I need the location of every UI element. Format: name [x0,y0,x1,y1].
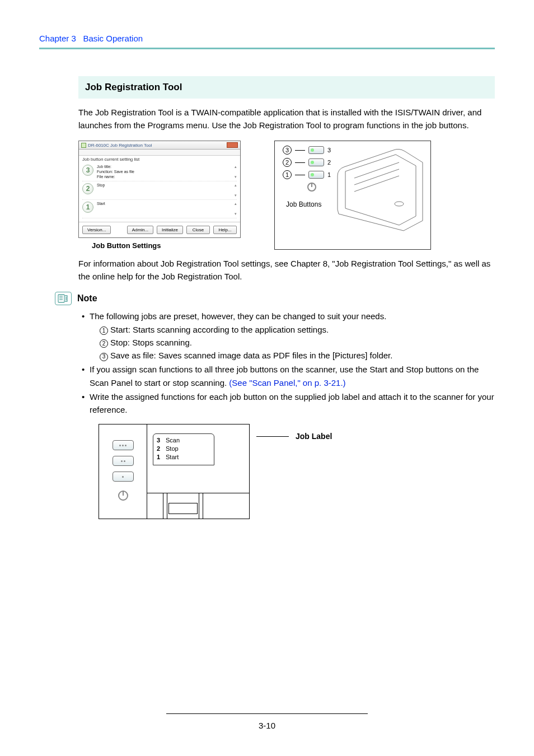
joblabel-left-panel [99,424,147,519]
job-title-label: Job title: [97,165,231,170]
job-title-label: Stop [97,183,231,188]
callout-line [256,436,289,437]
job-row[interactable]: 1 Start ▴▾ [82,200,237,218]
figure-scanner: 3 3 2 2 1 [274,141,431,250]
note-item: Write the assigned functions for each jo… [82,390,495,417]
admin-button[interactable]: Admin... [127,226,153,234]
callout-1: 1 1 [283,170,331,179]
job-row[interactable]: 3 Job title: Function: Save as file File… [82,163,237,181]
job-button-icon [308,146,324,154]
header-rule [39,48,495,49]
callout-key-label: 1 [327,171,331,178]
close-button[interactable]: Close [186,226,210,234]
jobtool-window: DR-6010C Job Registration Tool Job butto… [78,141,241,238]
move-up-icon[interactable]: ▴ [235,202,237,206]
figure-jobtool: DR-6010C Job Registration Tool Job butto… [78,141,241,250]
note-item: The following jobs are preset, however, … [82,310,495,362]
help-button[interactable]: Help... [213,226,237,234]
intro-paragraph: The Job Registration Tool is a TWAIN-com… [78,106,495,132]
joblabel-right-panel: 3Scan 2Stop 1Start [147,424,249,519]
jobtool-list-label: Job button current setting list [82,157,237,162]
callout-2: 2 2 [283,158,331,167]
note-text: Write the assigned functions for each jo… [90,392,494,414]
callout-number: 1 [283,170,292,179]
page-header: Chapter 3 Basic Operation [39,34,495,43]
job-button-icon [308,158,324,166]
callout-key-label: 2 [327,159,331,166]
job-number-icon: 3 [82,165,93,176]
note-icon [55,292,72,305]
jobtool-toolbar [79,150,240,156]
callout-3: 3 3 [283,146,331,155]
svg-point-0 [395,202,404,206]
figure-joblabel: 3Scan 2Stop 1Start Job Label [99,424,495,519]
note-sub-item: 2Stop: Stops scanning. [100,336,495,349]
jobtool-titlebar: DR-6010C Job Registration Tool [79,141,240,150]
close-icon[interactable] [227,142,238,148]
job-title-label: Start [97,202,231,207]
figures-row: DR-6010C Job Registration Tool Job butto… [78,141,495,250]
chapter-title: Basic Operation [83,34,143,43]
scanner-outline-icon [332,142,427,232]
job-row[interactable]: 2 Stop ▴▾ [82,181,237,200]
chapter-number: Chapter 3 [39,34,76,43]
figure-caption: Job Button Settings [92,241,241,250]
scanner-platen-icon [147,493,249,519]
power-icon [118,491,128,501]
move-down-icon[interactable]: ▾ [235,193,237,198]
section-title: Job Registration Tool [78,76,495,99]
initialize-button[interactable]: Initialize [157,226,183,234]
joblabel-callout: Job Label [296,432,332,441]
jobtool-window-title: DR-6010C Job Registration Tool [88,143,152,148]
callout-power [307,183,331,192]
job-button-icon [113,440,134,450]
version-button[interactable]: Version... [82,226,111,234]
job-number-icon: 1 [82,202,93,213]
job-buttons-label: Job Buttons [286,200,321,208]
crossref-link[interactable]: (See "Scan Panel," on p. 3-21.) [229,378,345,388]
move-up-icon[interactable]: ▴ [235,183,237,188]
move-down-icon[interactable]: ▾ [235,175,237,179]
job-button-icon [113,456,134,466]
callout-key-label: 3 [327,147,331,153]
job-label-sticker: 3Scan 2Stop 1Start [153,433,214,465]
note-sub-item: 1Start: Starts scanning according to the… [100,323,495,336]
crossref-paragraph: For information about Job Registration T… [78,258,495,283]
note-list: The following jobs are preset, however, … [78,310,495,416]
jobtool-button-row: Version... Admin... Initialize Close Hel… [79,222,240,237]
move-down-icon[interactable]: ▾ [235,212,237,216]
callout-number: 2 [283,158,292,167]
job-filename-label: File name: [97,175,231,180]
note-text: The following jobs are preset, however, … [90,311,386,321]
page-footer: 3-10 [39,706,495,730]
job-button-icon [308,171,324,179]
page-number: 3-10 [259,721,275,730]
note-item: If you assign scan functions to all thre… [82,363,495,389]
callout-number: 3 [283,146,292,155]
app-icon [81,143,86,148]
job-button-icon [113,472,134,482]
move-up-icon[interactable]: ▴ [235,165,237,169]
svg-rect-1 [58,295,64,302]
note-sub-item: 3Save as file: Saves scanned image data … [100,349,495,362]
job-function-label: Function: Save as file [97,170,231,175]
job-number-icon: 2 [82,183,93,194]
note-title: Note [77,293,97,304]
